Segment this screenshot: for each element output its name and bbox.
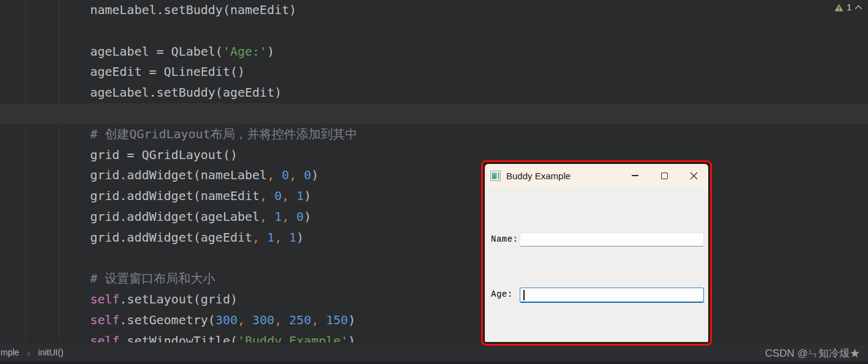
chevron-up-icon[interactable] xyxy=(855,5,862,10)
close-icon xyxy=(690,172,698,180)
code-line: ageLabel.setBuddy(ageEdit) xyxy=(61,83,357,103)
code-line: self.setWindowTitle('Buddy Example') xyxy=(61,331,357,343)
statusbar-bottom-strip xyxy=(0,361,868,364)
code-line: # 创建QGridLayout布局，并将控件添加到其中 xyxy=(61,124,357,145)
caption-buttons xyxy=(620,164,708,187)
maximize-button[interactable] xyxy=(649,164,679,187)
buddy-example-window: Buddy Example Name: xyxy=(485,164,708,342)
name-label: Name: xyxy=(491,234,518,244)
status-bar: mple › initUI() CSDN @ㄣ知冷煖★ xyxy=(0,343,868,364)
code-line: grid = QGridLayout() xyxy=(61,145,357,166)
close-button[interactable] xyxy=(679,164,708,187)
code-line: self.setLayout(grid) xyxy=(61,289,357,310)
warning-icon xyxy=(834,4,844,12)
code-lines[interactable]: nameLabel.setBuddy(nameEdit) ageLabel = … xyxy=(59,0,357,343)
code-line: ageEdit = QLineEdit() xyxy=(61,62,357,83)
code-line: grid.addWidget(ageEdit, 1, 1) xyxy=(61,228,357,248)
inspections-widget[interactable]: 1 xyxy=(834,2,862,12)
breadcrumb: mple › initUI() xyxy=(0,343,64,362)
ide-screen: nameLabel.setBuddy(nameEdit) ageLabel = … xyxy=(0,0,868,364)
code-line: self.setGeometry(300, 300, 250, 150) xyxy=(61,310,357,331)
code-line: nameLabel.setBuddy(nameEdit) xyxy=(61,0,357,21)
gutter-separator xyxy=(26,0,26,343)
code-line: grid.addWidget(nameLabel, 0, 0) xyxy=(61,165,357,186)
code-editor[interactable]: nameLabel.setBuddy(nameEdit) ageLabel = … xyxy=(0,0,868,343)
code-line xyxy=(61,103,357,124)
minimize-icon xyxy=(632,175,638,176)
name-input[interactable] xyxy=(520,232,704,247)
code-line: ageLabel = QLabel('Age:') xyxy=(61,42,357,62)
maximize-icon xyxy=(661,173,668,179)
annotated-window-frame: Buddy Example Name: xyxy=(481,160,712,346)
age-label: Age: xyxy=(491,289,513,299)
breadcrumb-separator-icon: › xyxy=(27,347,30,358)
app-window-icon[interactable] xyxy=(490,171,501,181)
window-title: Buddy Example xyxy=(506,171,571,181)
csdn-watermark: CSDN @ㄣ知冷煖★ xyxy=(765,345,860,361)
window-titlebar[interactable]: Buddy Example xyxy=(485,164,708,187)
code-line: grid.addWidget(ageLabel, 1, 0) xyxy=(61,207,357,228)
window-body: Name: Age: xyxy=(485,187,708,342)
code-line xyxy=(61,21,357,42)
code-line: grid.addWidget(nameEdit, 0, 1) xyxy=(61,186,357,207)
code-line xyxy=(61,248,357,269)
warning-count: 1 xyxy=(847,2,851,12)
minimize-button[interactable] xyxy=(620,164,649,187)
breadcrumb-class[interactable]: mple xyxy=(1,347,19,357)
breadcrumb-method[interactable]: initUI() xyxy=(38,347,63,357)
code-line: # 设置窗口布局和大小 xyxy=(61,269,357,289)
text-caret xyxy=(523,290,525,300)
age-input[interactable] xyxy=(520,288,704,303)
